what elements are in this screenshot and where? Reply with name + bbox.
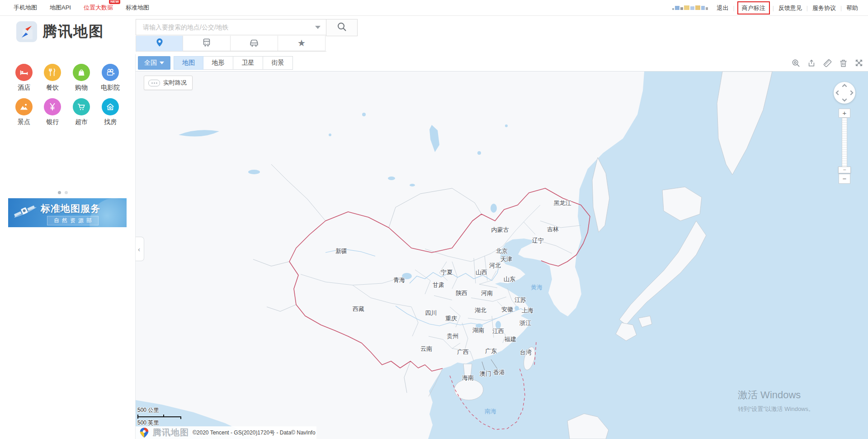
- market-icon: [73, 98, 90, 115]
- attribution-text: ©2020 Tencent - GS(2020)1720号 - Data© Na…: [193, 429, 316, 437]
- category-bed[interactable]: 酒店: [9, 64, 38, 92]
- zoom-out-button[interactable]: −: [839, 174, 850, 184]
- category-market[interactable]: 超市: [67, 98, 96, 126]
- category-label: 购物: [67, 84, 96, 92]
- map-tab-0[interactable]: 地图: [174, 56, 203, 70]
- fullscreen-icon[interactable]: [854, 58, 863, 67]
- category-label: 景点: [9, 118, 38, 126]
- search-box: [136, 19, 326, 35]
- pan-left-icon: [836, 91, 838, 95]
- user-avatar-pixels: [672, 5, 708, 10]
- nav-right-link-2[interactable]: 反馈意见: [774, 5, 807, 11]
- top-nav: 手机地图地图API位置大数据NEW标准地图 退出|商户标注|反馈意见|服务协议|…: [0, 0, 868, 16]
- bank-icon: [44, 98, 61, 115]
- traffic-toggle-label: 实时路况: [163, 79, 187, 87]
- zoom-in-button[interactable]: +: [839, 109, 850, 118]
- category-bank[interactable]: 银行: [38, 98, 67, 126]
- carousel-dots[interactable]: [58, 191, 68, 194]
- category-scenic[interactable]: 景点: [9, 98, 38, 126]
- car-icon: [249, 38, 259, 49]
- attribution-logo-text: 腾讯地图: [153, 427, 189, 439]
- category-label: 超市: [67, 118, 96, 126]
- search-tab-bus[interactable]: [183, 36, 231, 51]
- carousel-dot[interactable]: [65, 191, 68, 194]
- category-bag[interactable]: 购物: [67, 64, 96, 92]
- bed-icon: [15, 64, 33, 81]
- ad-banner[interactable]: 标准地图服务 自然资源部: [8, 198, 127, 227]
- banner-title: 标准地图服务: [41, 202, 100, 215]
- chevron-down-icon[interactable]: [315, 26, 321, 29]
- magnifier-icon: [336, 21, 347, 34]
- zoom-slider-track[interactable]: [842, 118, 847, 167]
- map-tool-icons: [791, 58, 863, 67]
- search-tab-star[interactable]: ★: [278, 36, 326, 51]
- pan-down-icon: [843, 99, 846, 101]
- pan-control[interactable]: [834, 82, 855, 104]
- category-label: 找房: [96, 118, 125, 126]
- export-icon[interactable]: [807, 58, 816, 67]
- map-tab-2[interactable]: 卫星: [233, 56, 263, 70]
- zoom-search-icon[interactable]: [791, 58, 800, 67]
- nav-right-link-3[interactable]: 服务协议: [808, 5, 840, 11]
- region-label: 全国: [144, 59, 157, 67]
- region-selector[interactable]: 全国: [138, 56, 170, 70]
- measure-icon[interactable]: [823, 58, 832, 67]
- category-label: 酒店: [9, 84, 38, 92]
- china-map-graphic: [136, 72, 868, 439]
- nav-right-link-0[interactable]: 退出: [712, 5, 733, 11]
- compass-logo-icon: [16, 21, 37, 42]
- pan-right-icon: [851, 91, 853, 95]
- new-badge: NEW: [109, 0, 120, 4]
- brand-name: 腾讯地图: [42, 22, 104, 42]
- brand-logo[interactable]: 腾讯地图: [16, 21, 104, 42]
- top-nav-right: 退出|商户标注|反馈意见|服务协议|帮助: [672, 4, 868, 12]
- map-toolbar: 全国 地图地形卫星街景: [136, 54, 868, 72]
- category-label: 电影院: [96, 84, 125, 92]
- dining-icon: [44, 64, 61, 81]
- search-tab-car[interactable]: [231, 36, 278, 51]
- header: 腾讯地图 ★: [0, 16, 868, 54]
- banner-subtitle: 自然资源部: [47, 216, 99, 225]
- house-icon: [102, 98, 119, 115]
- carousel-dot-active[interactable]: [58, 191, 61, 194]
- traffic-light-icon: [148, 80, 160, 86]
- cinema-icon: [102, 64, 119, 81]
- satellite-icon: [11, 201, 39, 221]
- traffic-toggle-button[interactable]: 实时路况: [144, 76, 193, 90]
- search-button[interactable]: [326, 19, 358, 36]
- bus-icon: [202, 38, 212, 49]
- category-house[interactable]: 找房: [96, 98, 125, 126]
- search-tab-place[interactable]: [136, 36, 183, 51]
- search-input[interactable]: [142, 19, 311, 35]
- category-cinema[interactable]: 电影院: [96, 64, 125, 92]
- bag-icon: [73, 64, 90, 81]
- nav-right-link-4[interactable]: 帮助: [842, 5, 863, 11]
- nav-link-2[interactable]: 位置大数据NEW: [84, 4, 113, 12]
- tencent-map-pin-icon: [139, 427, 149, 438]
- category-label: 银行: [38, 118, 67, 126]
- scenic-icon: [15, 98, 33, 115]
- map-type-tabs: 地图地形卫星街景: [174, 56, 293, 70]
- pan-up-icon: [843, 85, 846, 86]
- category-label: 餐饮: [38, 84, 67, 92]
- nav-link-3[interactable]: 标准地图: [126, 4, 149, 12]
- chevron-down-icon: [160, 62, 164, 64]
- map-viewport[interactable]: 新疆西藏青海甘肃宁夏陕西山西河北北京天津内蒙古黑龙江吉林辽宁山东河南江苏安徽上海…: [136, 72, 868, 439]
- sidebar: 酒店餐饮购物电影院景点银行超市找房 标准地图服务 自然资源部: [0, 54, 136, 439]
- sidebar-collapse-handle[interactable]: ‹: [136, 237, 144, 261]
- map-tab-1[interactable]: 地形: [203, 56, 233, 70]
- map-attribution: 腾讯地图 ©2020 Tencent - GS(2020)1720号 - Dat…: [136, 426, 316, 439]
- search-mode-tabs: ★: [136, 36, 326, 52]
- place-icon: [155, 38, 165, 49]
- star-icon: ★: [297, 38, 306, 48]
- clear-icon[interactable]: [839, 58, 848, 67]
- nav-link-0[interactable]: 手机地图: [14, 4, 37, 12]
- top-nav-left: 手机地图地图API位置大数据NEW标准地图: [0, 4, 149, 12]
- map-tab-3[interactable]: 街景: [263, 56, 293, 70]
- nav-link-merchant-annotation[interactable]: 商户标注: [737, 1, 770, 14]
- nav-link-1[interactable]: 地图API: [50, 4, 71, 12]
- zoom-slider-handle[interactable]: −: [838, 167, 851, 173]
- category-dining[interactable]: 餐饮: [38, 64, 67, 92]
